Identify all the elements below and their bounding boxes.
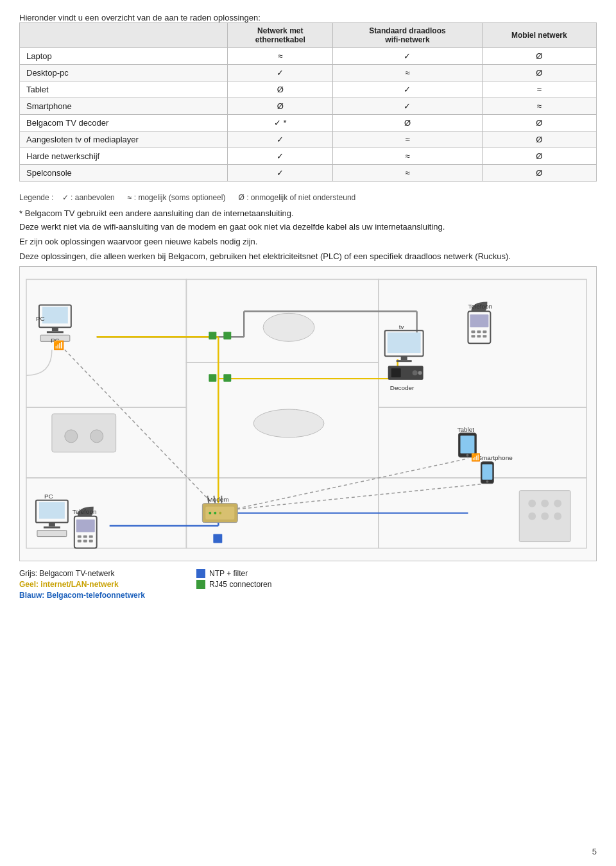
table-row: Spelconsole✓≈Ø	[20, 165, 597, 182]
pc1-label: PC	[36, 315, 45, 322]
svg-point-86	[541, 500, 549, 507]
svg-rect-38	[44, 527, 60, 529]
svg-rect-42	[401, 356, 407, 360]
device-name: Spelconsole	[20, 165, 228, 182]
svg-text:📶: 📶	[471, 452, 481, 462]
legend-blauw: Blauw: Belgacom-telefoonnetwerk	[19, 591, 145, 600]
device-name: Desktop-pc	[20, 65, 228, 81]
svg-rect-57	[76, 520, 95, 532]
cell-value: ✓	[228, 132, 333, 148]
legend-label: Legende :	[19, 193, 53, 202]
page-number: 5	[592, 847, 597, 856]
telefoon2-label: Telefoon	[73, 508, 97, 515]
note3: Deze oplossingen, die alleen werken bij …	[19, 251, 597, 261]
svg-point-47	[418, 371, 422, 375]
cell-value: Ø	[482, 132, 596, 148]
legend-rj45: RJ45 connectoren	[209, 580, 271, 589]
svg-point-90	[554, 513, 561, 520]
svg-point-85	[528, 500, 536, 507]
svg-rect-50	[471, 330, 475, 333]
legend-left: Grijs: Belgacom TV-netwerk Geel: interne…	[19, 569, 145, 602]
table-header-device	[20, 23, 228, 48]
svg-point-46	[413, 370, 418, 375]
footer-legend: Grijs: Belgacom TV-netwerk Geel: interne…	[19, 569, 597, 602]
table-header-mobiel: Mobiel netwerk	[482, 23, 596, 48]
svg-rect-68	[482, 464, 492, 480]
legend-right: NTP + filter RJ45 connectoren	[196, 569, 271, 591]
cell-value: Ø	[482, 115, 596, 132]
svg-rect-30	[52, 327, 58, 331]
legend-check: ✓ : aanbevolen	[62, 193, 115, 202]
legend-geel: Geel: internet/LAN-netwerk	[19, 580, 145, 589]
svg-rect-39	[37, 531, 67, 537]
table-row: Desktop-pc✓≈Ø	[20, 65, 597, 81]
overview-table: Netwerk metethernetkabel Standaard draad…	[19, 22, 597, 182]
svg-rect-53	[471, 335, 475, 337]
cell-value: Ø	[482, 165, 596, 182]
svg-rect-29	[42, 307, 68, 323]
table-row: TabletØ✓≈	[20, 81, 597, 98]
cell-value: ≈	[333, 148, 482, 165]
svg-point-89	[541, 513, 549, 520]
svg-point-82	[65, 430, 78, 443]
telefoon1-label: Telefoon	[468, 303, 492, 310]
table-row: Laptop≈✓Ø	[20, 48, 597, 65]
svg-rect-59	[83, 536, 87, 538]
cell-value: Ø	[228, 81, 333, 98]
decoder-label: Decoder	[390, 384, 415, 391]
cell-value: Ø	[482, 65, 596, 81]
svg-rect-43	[397, 360, 412, 362]
svg-rect-62	[83, 540, 87, 543]
svg-rect-37	[49, 523, 55, 527]
svg-rect-58	[78, 536, 81, 538]
svg-point-83	[90, 430, 103, 443]
legend-rj45-row: RJ45 connectoren	[196, 580, 271, 589]
svg-rect-54	[477, 335, 481, 337]
cell-value: ≈	[333, 65, 482, 81]
legend-section: Legende : ✓ : aanbevolen ≈ : mogelijk (s…	[19, 193, 597, 202]
device-name: Harde netwerkschijf	[20, 148, 228, 165]
svg-point-77	[214, 512, 216, 514]
svg-rect-26	[223, 374, 231, 382]
svg-rect-24	[223, 332, 231, 339]
cell-value: ✓	[333, 48, 482, 65]
cell-value: Ø	[482, 148, 596, 165]
table-header-wifi: Standaard draadlooswifi-netwerk	[333, 23, 482, 48]
cell-value: ≈	[482, 98, 596, 115]
svg-rect-51	[477, 330, 481, 333]
legend-diameter: Ø : onmogelijk of niet ondersteund	[238, 193, 355, 202]
svg-point-78	[219, 512, 221, 514]
svg-line-20	[231, 459, 468, 510]
note1: Deze werkt niet via de wifi-aansluiting …	[19, 222, 597, 232]
ntp-color-box	[196, 569, 205, 578]
svg-rect-25	[209, 374, 216, 382]
svg-point-80	[253, 409, 324, 437]
svg-point-66	[466, 454, 468, 457]
svg-rect-60	[89, 536, 93, 538]
device-name: Smartphone	[20, 98, 228, 115]
pc2-label: PC	[44, 493, 53, 500]
cell-value: Ø	[482, 48, 596, 65]
svg-text:📶: 📶	[53, 340, 65, 351]
table-row: Aangesloten tv of mediaplayer✓≈Ø	[20, 132, 597, 148]
svg-rect-52	[483, 330, 486, 333]
network-diagram: PC 📶 PC PC tv Deco	[19, 266, 597, 561]
svg-point-87	[554, 500, 561, 507]
cell-value: ≈	[482, 81, 596, 98]
device-name: Tablet	[20, 81, 228, 98]
cell-value: Ø	[333, 115, 482, 132]
table-row: Harde netwerkschijf✓≈Ø	[20, 148, 597, 165]
svg-rect-27	[213, 534, 222, 543]
device-name: Aangesloten tv of mediaplayer	[20, 132, 228, 148]
svg-rect-49	[470, 314, 488, 327]
note2: Er zijn ook oplossingen waarvoor geen ni…	[19, 237, 597, 246]
svg-rect-31	[47, 331, 64, 333]
device-name: Belgacom TV decoder	[20, 115, 228, 132]
svg-rect-65	[460, 436, 474, 454]
svg-point-69	[486, 480, 488, 483]
smartphone-label: Smartphone	[477, 454, 513, 461]
tv-label: tv	[399, 323, 404, 330]
cell-value: Ø	[228, 98, 333, 115]
modem-label: Modem	[207, 496, 228, 503]
cell-value: ✓	[228, 65, 333, 81]
